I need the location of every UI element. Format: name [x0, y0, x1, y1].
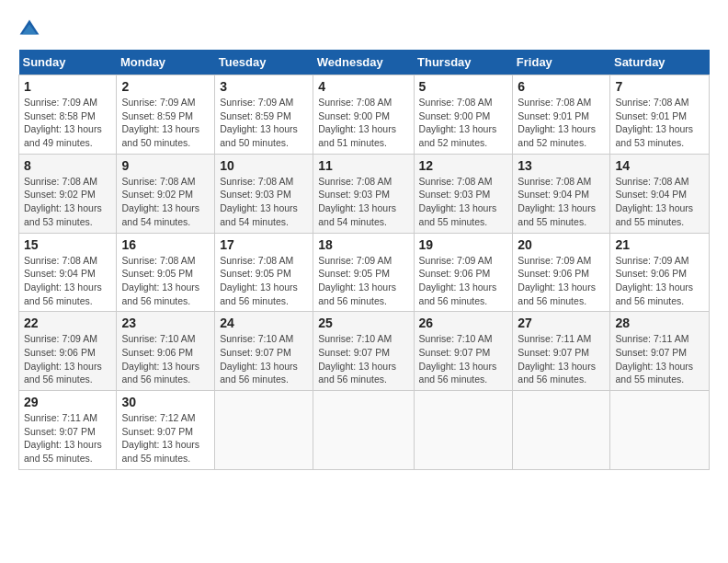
day-number: 18	[318, 237, 408, 252]
calendar-cell: 15 Sunrise: 7:08 AM Sunset: 9:04 PM Dayl…	[19, 233, 117, 312]
calendar-week-row: 15 Sunrise: 7:08 AM Sunset: 9:04 PM Dayl…	[19, 233, 710, 312]
day-number: 14	[615, 158, 704, 173]
day-number: 26	[419, 316, 508, 330]
logo	[18, 18, 44, 40]
calendar-cell: 12 Sunrise: 7:08 AM Sunset: 9:03 PM Dayl…	[414, 154, 513, 233]
calendar-cell: 13 Sunrise: 7:08 AM Sunset: 9:04 PM Dayl…	[513, 154, 610, 233]
calendar-cell: 29 Sunrise: 7:11 AM Sunset: 9:07 PM Dayl…	[19, 391, 117, 470]
day-number: 13	[518, 158, 605, 173]
weekday-header-friday: Friday	[513, 50, 610, 75]
calendar-cell: 26 Sunrise: 7:10 AM Sunset: 9:07 PM Dayl…	[414, 312, 513, 391]
day-number: 7	[615, 79, 704, 94]
weekday-header-monday: Monday	[117, 50, 215, 75]
weekday-header-saturday: Saturday	[610, 50, 710, 75]
day-number: 16	[121, 237, 210, 252]
day-detail: Sunrise: 7:10 AM Sunset: 9:07 PM Dayligh…	[419, 332, 508, 386]
day-number: 25	[318, 316, 408, 330]
day-number: 22	[24, 316, 111, 330]
day-number: 9	[121, 158, 210, 173]
calendar-cell	[513, 391, 610, 470]
day-detail: Sunrise: 7:08 AM Sunset: 9:03 PM Dayligh…	[318, 175, 408, 229]
day-number: 17	[220, 237, 308, 252]
day-detail: Sunrise: 7:09 AM Sunset: 9:06 PM Dayligh…	[518, 254, 605, 308]
calendar-cell	[313, 391, 414, 470]
calendar-cell: 9 Sunrise: 7:08 AM Sunset: 9:02 PM Dayli…	[117, 154, 215, 233]
calendar-cell: 27 Sunrise: 7:11 AM Sunset: 9:07 PM Dayl…	[513, 312, 610, 391]
calendar-cell: 24 Sunrise: 7:10 AM Sunset: 9:07 PM Dayl…	[215, 312, 313, 391]
calendar-cell: 21 Sunrise: 7:09 AM Sunset: 9:06 PM Dayl…	[610, 233, 710, 312]
day-number: 10	[220, 158, 308, 173]
calendar-week-row: 8 Sunrise: 7:08 AM Sunset: 9:02 PM Dayli…	[19, 154, 710, 233]
day-number: 23	[121, 316, 210, 330]
day-detail: Sunrise: 7:09 AM Sunset: 8:59 PM Dayligh…	[121, 96, 210, 150]
day-number: 19	[419, 237, 508, 252]
day-detail: Sunrise: 7:11 AM Sunset: 9:07 PM Dayligh…	[518, 332, 605, 386]
day-number: 21	[615, 237, 704, 252]
day-detail: Sunrise: 7:08 AM Sunset: 9:05 PM Dayligh…	[121, 254, 210, 308]
day-detail: Sunrise: 7:08 AM Sunset: 9:01 PM Dayligh…	[518, 96, 605, 150]
day-number: 12	[419, 158, 508, 173]
day-detail: Sunrise: 7:08 AM Sunset: 9:00 PM Dayligh…	[318, 96, 408, 150]
logo-icon	[18, 18, 40, 40]
day-detail: Sunrise: 7:11 AM Sunset: 9:07 PM Dayligh…	[24, 411, 111, 465]
day-detail: Sunrise: 7:08 AM Sunset: 9:05 PM Dayligh…	[220, 254, 308, 308]
calendar-week-row: 22 Sunrise: 7:09 AM Sunset: 9:06 PM Dayl…	[19, 312, 710, 391]
day-number: 6	[518, 79, 605, 94]
day-detail: Sunrise: 7:11 AM Sunset: 9:07 PM Dayligh…	[615, 332, 704, 386]
day-detail: Sunrise: 7:08 AM Sunset: 9:04 PM Dayligh…	[615, 175, 704, 229]
day-number: 5	[419, 79, 508, 94]
calendar-cell: 19 Sunrise: 7:09 AM Sunset: 9:06 PM Dayl…	[414, 233, 513, 312]
calendar-week-row: 29 Sunrise: 7:11 AM Sunset: 9:07 PM Dayl…	[19, 391, 710, 470]
day-number: 30	[121, 395, 210, 409]
day-number: 28	[615, 316, 704, 330]
header	[18, 18, 710, 40]
calendar-cell: 20 Sunrise: 7:09 AM Sunset: 9:06 PM Dayl…	[513, 233, 610, 312]
day-detail: Sunrise: 7:08 AM Sunset: 9:02 PM Dayligh…	[24, 175, 111, 229]
day-number: 11	[318, 158, 408, 173]
day-number: 29	[24, 395, 111, 409]
day-detail: Sunrise: 7:08 AM Sunset: 9:02 PM Dayligh…	[121, 175, 210, 229]
day-number: 4	[318, 79, 408, 94]
calendar-cell: 17 Sunrise: 7:08 AM Sunset: 9:05 PM Dayl…	[215, 233, 313, 312]
calendar-cell: 1 Sunrise: 7:09 AM Sunset: 8:58 PM Dayli…	[19, 75, 117, 155]
day-detail: Sunrise: 7:09 AM Sunset: 8:58 PM Dayligh…	[24, 96, 111, 150]
day-detail: Sunrise: 7:08 AM Sunset: 9:04 PM Dayligh…	[518, 175, 605, 229]
calendar-cell: 14 Sunrise: 7:08 AM Sunset: 9:04 PM Dayl…	[610, 154, 710, 233]
calendar-cell	[414, 391, 513, 470]
day-detail: Sunrise: 7:09 AM Sunset: 8:59 PM Dayligh…	[220, 96, 308, 150]
calendar-cell: 18 Sunrise: 7:09 AM Sunset: 9:05 PM Dayl…	[313, 233, 414, 312]
calendar-table: SundayMondayTuesdayWednesdayThursdayFrid…	[18, 50, 710, 470]
calendar-cell: 2 Sunrise: 7:09 AM Sunset: 8:59 PM Dayli…	[117, 75, 215, 155]
weekday-header-tuesday: Tuesday	[215, 50, 313, 75]
weekday-header-sunday: Sunday	[19, 50, 117, 75]
calendar-week-row: 1 Sunrise: 7:09 AM Sunset: 8:58 PM Dayli…	[19, 75, 710, 155]
weekday-header-row: SundayMondayTuesdayWednesdayThursdayFrid…	[19, 50, 710, 75]
day-detail: Sunrise: 7:09 AM Sunset: 9:06 PM Dayligh…	[419, 254, 508, 308]
calendar-cell: 23 Sunrise: 7:10 AM Sunset: 9:06 PM Dayl…	[117, 312, 215, 391]
calendar-cell: 28 Sunrise: 7:11 AM Sunset: 9:07 PM Dayl…	[610, 312, 710, 391]
calendar-cell: 5 Sunrise: 7:08 AM Sunset: 9:00 PM Dayli…	[414, 75, 513, 155]
calendar-cell: 4 Sunrise: 7:08 AM Sunset: 9:00 PM Dayli…	[313, 75, 414, 155]
day-detail: Sunrise: 7:08 AM Sunset: 9:04 PM Dayligh…	[24, 254, 111, 308]
day-number: 20	[518, 237, 605, 252]
day-number: 2	[121, 79, 210, 94]
day-number: 1	[24, 79, 111, 94]
day-detail: Sunrise: 7:10 AM Sunset: 9:07 PM Dayligh…	[318, 332, 408, 386]
day-detail: Sunrise: 7:08 AM Sunset: 9:03 PM Dayligh…	[220, 175, 308, 229]
day-detail: Sunrise: 7:09 AM Sunset: 9:05 PM Dayligh…	[318, 254, 408, 308]
calendar-cell	[610, 391, 710, 470]
day-number: 3	[220, 79, 308, 94]
day-detail: Sunrise: 7:08 AM Sunset: 9:03 PM Dayligh…	[419, 175, 508, 229]
day-detail: Sunrise: 7:09 AM Sunset: 9:06 PM Dayligh…	[615, 254, 704, 308]
calendar-cell: 16 Sunrise: 7:08 AM Sunset: 9:05 PM Dayl…	[117, 233, 215, 312]
day-detail: Sunrise: 7:09 AM Sunset: 9:06 PM Dayligh…	[24, 332, 111, 386]
calendar-cell: 25 Sunrise: 7:10 AM Sunset: 9:07 PM Dayl…	[313, 312, 414, 391]
weekday-header-wednesday: Wednesday	[313, 50, 414, 75]
calendar-cell: 30 Sunrise: 7:12 AM Sunset: 9:07 PM Dayl…	[117, 391, 215, 470]
day-number: 24	[220, 316, 308, 330]
calendar-cell: 11 Sunrise: 7:08 AM Sunset: 9:03 PM Dayl…	[313, 154, 414, 233]
day-detail: Sunrise: 7:10 AM Sunset: 9:07 PM Dayligh…	[220, 332, 308, 386]
calendar-cell: 10 Sunrise: 7:08 AM Sunset: 9:03 PM Dayl…	[215, 154, 313, 233]
calendar-cell: 3 Sunrise: 7:09 AM Sunset: 8:59 PM Dayli…	[215, 75, 313, 155]
day-detail: Sunrise: 7:08 AM Sunset: 9:01 PM Dayligh…	[615, 96, 704, 150]
